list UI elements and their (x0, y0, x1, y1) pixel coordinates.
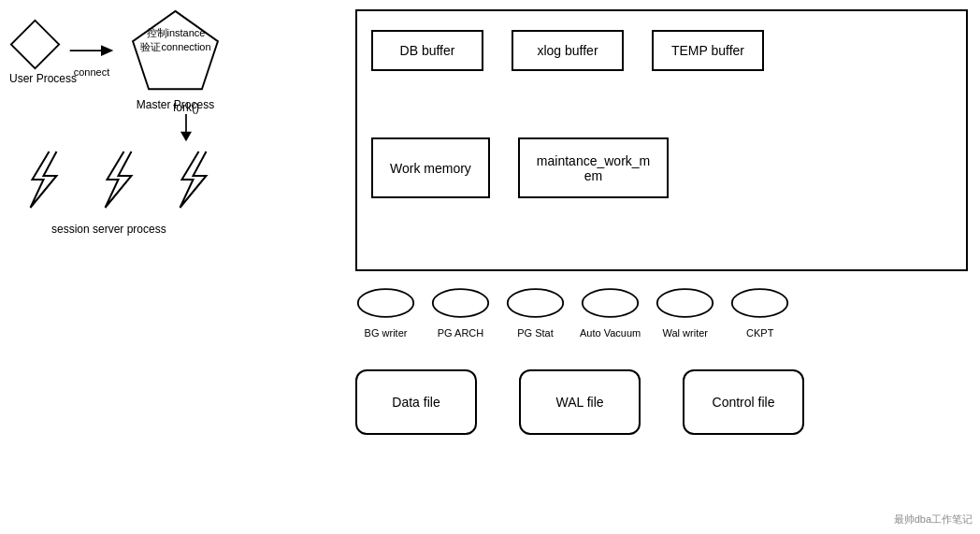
bolts-container (19, 150, 220, 213)
db-buffer-box: DB buffer (371, 30, 483, 71)
wal-writer-label: Wal writer (662, 327, 707, 339)
pentagon-text: 控制instance 验证connection (138, 26, 213, 55)
auto-vacuum-ellipse (580, 285, 641, 324)
db-buffer-label: DB buffer (400, 43, 455, 58)
svg-point-6 (358, 289, 413, 317)
session-label: session server process (51, 223, 166, 236)
right-arrow-icon (68, 39, 115, 65)
bg-writer-ellipse (355, 285, 416, 324)
auto-vacuum-label: Auto Vacuum (580, 327, 641, 339)
pg-arch-ellipse (430, 285, 491, 324)
temp-buffer-label: TEMP buffer (671, 43, 744, 58)
data-file-box: Data file (355, 369, 477, 435)
bg-writer-item: BG writer (355, 285, 416, 339)
work-memory-inner-box: Work memory (371, 137, 490, 198)
pg-stat-ellipse (505, 285, 566, 324)
pg-arch-item: PG ARCH (430, 285, 491, 339)
file-boxes: Data file WAL file Control file (355, 369, 804, 435)
bg-writer-label: BG writer (365, 327, 408, 339)
ckpt-item: CKPT (729, 285, 790, 339)
master-process-pentagon: 控制instance 验证connection (131, 9, 220, 96)
svg-marker-0 (11, 21, 59, 68)
svg-marker-2 (101, 45, 113, 56)
maintance-work-mem-box: maintance_work_m em (518, 137, 669, 198)
right-panel: DB buffer xlog buffer TEMP buffer Work m… (351, 5, 968, 534)
svg-point-11 (732, 289, 787, 317)
control-text: 控制instance (147, 27, 206, 38)
pg-stat-label: PG Stat (517, 327, 554, 339)
wal-writer-ellipse (655, 285, 715, 324)
left-panel: User Process connect 控制instance 验证connec… (0, 0, 346, 534)
xlog-buffer-box: xlog buffer (512, 30, 624, 71)
connect-arrow: connect (68, 39, 115, 78)
user-process-diamond (9, 19, 61, 70)
svg-point-7 (433, 289, 488, 317)
pg-stat-item: PG Stat (505, 285, 566, 339)
wal-writer-item: Wal writer (655, 285, 715, 339)
auto-vacuum-item: Auto Vacuum (580, 285, 641, 339)
bolt-3 (168, 150, 220, 213)
wal-file-label: WAL file (555, 395, 603, 410)
data-file-label: Data file (392, 395, 440, 410)
bolt-2 (94, 150, 145, 213)
control-file-label: Control file (713, 395, 775, 410)
temp-buffer-box: TEMP buffer (652, 30, 764, 71)
verify-text: 验证connection (140, 41, 210, 52)
control-file-box: Control file (683, 369, 804, 435)
xlog-buffer-label: xlog buffer (537, 43, 598, 58)
down-arrow-icon (177, 114, 195, 145)
maintance-work-mem-label: maintance_work_m em (537, 153, 650, 183)
pg-arch-label: PG ARCH (438, 327, 484, 339)
buffer-row2: Work memory maintance_work_m em (371, 137, 669, 198)
user-process-label: User Process (9, 72, 77, 85)
svg-marker-5 (180, 132, 192, 141)
watermark: 最帅dba工作笔记 (894, 512, 973, 527)
bg-processes: BG writer PG ARCH PG Stat Auto Vacuum Wa… (355, 285, 790, 339)
bolt-1 (19, 150, 70, 213)
master-process-container: 控制instance 验证connection Master Process (131, 9, 220, 111)
ckpt-label: CKPT (746, 327, 773, 339)
svg-point-10 (657, 289, 713, 317)
fork-label: fork() (173, 101, 199, 114)
connect-label: connect (74, 66, 110, 78)
svg-point-8 (508, 289, 563, 317)
user-process-container: User Process (9, 19, 77, 85)
buffer-row1: DB buffer xlog buffer TEMP buffer (371, 30, 764, 71)
fork-container: fork() (173, 101, 199, 145)
work-memory-box: DB buffer xlog buffer TEMP buffer Work m… (355, 9, 968, 271)
ckpt-ellipse (729, 285, 790, 324)
wal-file-box: WAL file (519, 369, 641, 435)
work-memory-label: Work memory (390, 161, 471, 176)
svg-point-9 (583, 289, 638, 317)
